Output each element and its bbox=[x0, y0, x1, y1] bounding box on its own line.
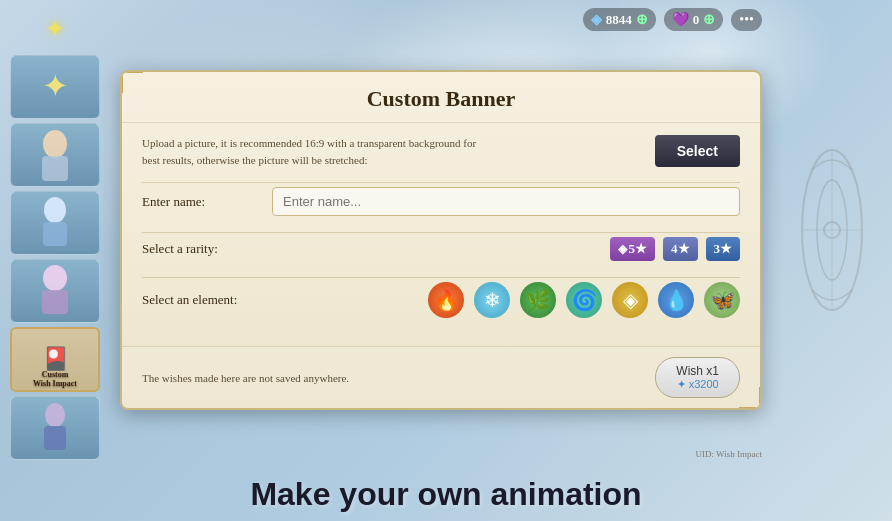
svg-point-5 bbox=[43, 130, 67, 158]
sidebar-item-2[interactable] bbox=[10, 123, 100, 187]
sidebar: ✦ ✦ 🎴 CustomWish Impact bbox=[0, 0, 110, 460]
char-svg-2 bbox=[30, 124, 80, 184]
modal-footer: The wishes made here are not saved anywh… bbox=[122, 346, 760, 408]
name-row: Enter name: bbox=[142, 187, 740, 216]
element-electro[interactable]: 🦋 bbox=[704, 282, 740, 318]
char-svg-3 bbox=[30, 192, 80, 252]
five-star-label: 5★ bbox=[629, 241, 648, 257]
modal-body: Upload a picture, it is recommended 16:9… bbox=[122, 123, 760, 346]
sidebar-item-1[interactable]: ✦ bbox=[10, 55, 100, 119]
svg-point-9 bbox=[43, 265, 67, 291]
wish-cost: ✦ x3200 bbox=[676, 378, 719, 391]
element-label: Select an element: bbox=[142, 292, 272, 308]
svg-rect-10 bbox=[42, 290, 68, 314]
ornament-svg bbox=[782, 130, 882, 330]
character-icon-2 bbox=[11, 124, 99, 184]
genesis-icon: 💜 bbox=[672, 11, 689, 28]
element-pyro[interactable]: 🔥 bbox=[428, 282, 464, 318]
svg-rect-12 bbox=[44, 426, 66, 450]
footer-note: The wishes made here are not saved anywh… bbox=[142, 372, 349, 384]
wish-label: Wish x1 bbox=[676, 364, 719, 378]
rarity-three-star[interactable]: 3★ bbox=[706, 237, 741, 261]
rarity-options: ◈ 5★ 4★ 3★ bbox=[610, 237, 741, 261]
character-icon-3 bbox=[11, 192, 99, 252]
element-geo[interactable]: ◈ bbox=[612, 282, 648, 318]
four-star-label: 4★ bbox=[671, 241, 690, 257]
genesis-badge: 💜 0 ⊕ bbox=[664, 8, 724, 31]
upload-section: Upload a picture, it is recommended 16:9… bbox=[142, 135, 740, 168]
svg-rect-6 bbox=[42, 156, 68, 181]
character-icon-5 bbox=[11, 397, 99, 457]
uid-watermark: UID: Wish Impact bbox=[696, 449, 762, 459]
diamond-icon: ◈ bbox=[618, 242, 627, 257]
primogem-badge: ◈ 8844 ⊕ bbox=[583, 8, 656, 31]
char-svg-4 bbox=[30, 260, 80, 320]
rarity-label: Select a rarity: bbox=[142, 241, 272, 257]
top-bar: ◈ 8844 ⊕ 💜 0 ⊕ ••• bbox=[583, 8, 762, 31]
element-cryo[interactable]: ❄ bbox=[474, 282, 510, 318]
svg-rect-8 bbox=[43, 222, 67, 246]
sidebar-item-3[interactable] bbox=[10, 191, 100, 255]
svg-point-7 bbox=[44, 197, 66, 223]
character-icon-1: ✦ bbox=[11, 56, 99, 116]
three-star-label: 3★ bbox=[714, 241, 733, 257]
modal-header: Custom Banner bbox=[122, 72, 760, 123]
name-input[interactable] bbox=[272, 187, 740, 216]
sidebar-star-icon: ✦ bbox=[30, 8, 80, 51]
char-svg-5 bbox=[30, 397, 80, 457]
right-decoration bbox=[772, 0, 892, 460]
sidebar-item-5[interactable] bbox=[10, 396, 100, 460]
rarity-five-star[interactable]: ◈ 5★ bbox=[610, 237, 656, 261]
divider-3 bbox=[142, 277, 740, 278]
divider-2 bbox=[142, 232, 740, 233]
genesis-add-button[interactable]: ⊕ bbox=[703, 11, 715, 28]
element-row: Select an element: 🔥 ❄ 🌿 🌀 ◈ 💧 🦋 bbox=[142, 282, 740, 318]
divider-1 bbox=[142, 182, 740, 183]
primogem-amount: 8844 bbox=[606, 12, 632, 28]
name-label: Enter name: bbox=[142, 194, 272, 210]
genesis-amount: 0 bbox=[693, 12, 700, 28]
element-hydro[interactable]: 💧 bbox=[658, 282, 694, 318]
primogem-add-button[interactable]: ⊕ bbox=[636, 11, 648, 28]
sidebar-item-4[interactable] bbox=[10, 259, 100, 323]
upload-description: Upload a picture, it is recommended 16:9… bbox=[142, 135, 482, 168]
custom-banner-modal: Custom Banner Upload a picture, it is re… bbox=[120, 70, 762, 410]
svg-point-11 bbox=[45, 403, 65, 427]
primogem-icon: ◈ bbox=[591, 11, 602, 28]
element-options: 🔥 ❄ 🌿 🌀 ◈ 💧 🦋 bbox=[428, 282, 740, 318]
select-button[interactable]: Select bbox=[655, 135, 740, 167]
character-icon-4 bbox=[11, 260, 99, 320]
element-dendro[interactable]: 🌿 bbox=[520, 282, 556, 318]
element-anemo[interactable]: 🌀 bbox=[566, 282, 602, 318]
rarity-four-star[interactable]: 4★ bbox=[663, 237, 698, 261]
rarity-row: Select a rarity: ◈ 5★ 4★ 3★ bbox=[142, 237, 740, 261]
modal-title: Custom Banner bbox=[142, 86, 740, 112]
bottom-text: Make your own animation bbox=[0, 476, 892, 513]
wish-button[interactable]: Wish x1 ✦ x3200 bbox=[655, 357, 740, 398]
sidebar-custom-label: CustomWish Impact bbox=[12, 370, 98, 388]
sidebar-item-custom[interactable]: 🎴 CustomWish Impact bbox=[10, 327, 100, 391]
more-button[interactable]: ••• bbox=[731, 9, 762, 31]
